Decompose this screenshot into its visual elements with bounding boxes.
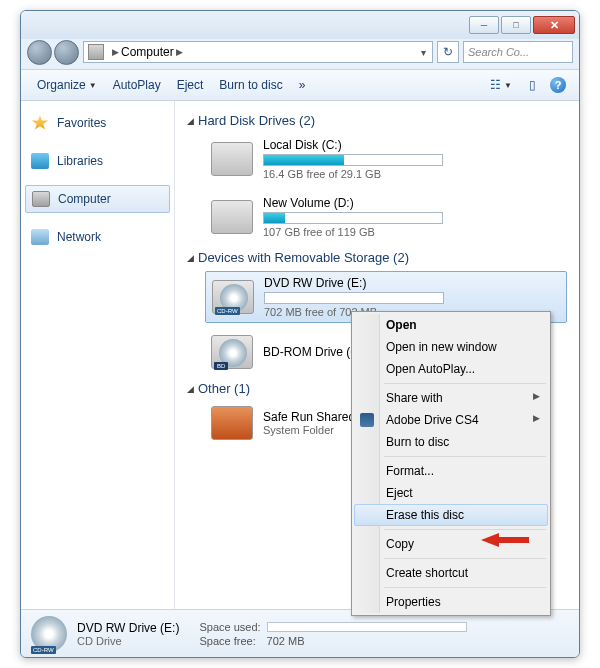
cdrw-disc-icon [31, 616, 67, 652]
menu-format[interactable]: Format... [354, 460, 548, 482]
toolbar-overflow[interactable]: » [291, 74, 314, 96]
minimize-button[interactable]: ─ [469, 16, 499, 34]
menu-open-autoplay[interactable]: Open AutoPlay... [354, 358, 548, 380]
submenu-arrow-icon: ▶ [533, 413, 540, 427]
sidebar-item-network[interactable]: Network [21, 223, 174, 251]
chevron-down-icon[interactable]: ▾ [421, 47, 426, 58]
status-drive-name: DVD RW Drive (E:) [77, 621, 179, 635]
eject-button[interactable]: Eject [169, 74, 212, 96]
drive-free-space: 107 GB free of 119 GB [263, 226, 561, 238]
hdd-icon [211, 200, 253, 234]
menu-burn-to-disc[interactable]: Burn to disc [354, 431, 548, 453]
star-icon [31, 115, 49, 131]
menu-properties[interactable]: Properties [354, 591, 548, 613]
shared-folder-icon [211, 406, 253, 440]
menu-adobe-drive[interactable]: Adobe Drive CS4▶ [354, 409, 548, 431]
menu-eject[interactable]: Eject [354, 482, 548, 504]
details-pane: DVD RW Drive (E:) CD Drive Space used: S… [21, 609, 579, 657]
capacity-bar [263, 212, 443, 224]
titlebar[interactable]: ─ □ ✕ [21, 11, 579, 39]
bd-disc-icon [211, 335, 253, 369]
callout-arrow-icon [481, 533, 529, 547]
status-free-label: Space free: [199, 635, 260, 647]
drive-label: DVD RW Drive (E:) [264, 276, 560, 290]
drive-label: New Volume (D:) [263, 196, 561, 210]
menu-erase-this-disc[interactable]: Erase this disc [354, 504, 548, 526]
address-bar: ▶ Computer ▶ ▾ ↻ Search Co... [21, 39, 579, 69]
section-header-hdd[interactable]: ◢Hard Disk Drives (2) [187, 113, 567, 128]
section-header-removable[interactable]: ◢Devices with Removable Storage (2) [187, 250, 567, 265]
menu-create-shortcut[interactable]: Create shortcut [354, 562, 548, 584]
breadcrumb-segment[interactable]: Computer [121, 45, 174, 59]
status-free-value: 702 MB [267, 635, 467, 647]
computer-icon [88, 44, 104, 60]
status-drive-type: CD Drive [77, 635, 179, 647]
help-button[interactable]: ? [545, 74, 571, 96]
sidebar-item-favorites[interactable]: Favorites [21, 109, 174, 137]
computer-icon [32, 191, 50, 207]
capacity-bar [264, 292, 444, 304]
organize-menu[interactable]: Organize▼ [29, 74, 105, 96]
drive-new-volume-d[interactable]: New Volume (D:) 107 GB free of 119 GB [205, 192, 567, 242]
cdrw-disc-icon [212, 280, 254, 314]
adobe-icon [360, 413, 374, 427]
help-icon: ? [550, 77, 566, 93]
search-input[interactable]: Search Co... [463, 41, 573, 63]
preview-pane-button[interactable]: ▯ [519, 74, 545, 96]
drive-free-space: 16.4 GB free of 29.1 GB [263, 168, 561, 180]
maximize-button[interactable]: □ [501, 16, 531, 34]
drive-local-c[interactable]: Local Disk (C:) 16.4 GB free of 29.1 GB [205, 134, 567, 184]
chevron-right-icon[interactable]: ▶ [176, 47, 183, 57]
libraries-icon [31, 153, 49, 169]
collapse-icon: ◢ [187, 253, 194, 263]
autoplay-button[interactable]: AutoPlay [105, 74, 169, 96]
space-used-bar [267, 622, 467, 632]
close-button[interactable]: ✕ [533, 16, 575, 34]
sidebar-item-computer[interactable]: Computer [25, 185, 170, 213]
submenu-arrow-icon: ▶ [533, 391, 540, 405]
menu-open-new-window[interactable]: Open in new window [354, 336, 548, 358]
explorer-window: ─ □ ✕ ▶ Computer ▶ ▾ ↻ Search Co... Orga… [20, 10, 580, 658]
view-mode-button[interactable]: ☷▼ [483, 74, 519, 96]
breadcrumb[interactable]: ▶ Computer ▶ ▾ [83, 41, 433, 63]
navigation-pane: Favorites Libraries Computer Network [21, 101, 175, 611]
context-menu: Open Open in new window Open AutoPlay...… [351, 311, 551, 616]
drive-label: Local Disk (C:) [263, 138, 561, 152]
hdd-icon [211, 142, 253, 176]
network-icon [31, 229, 49, 245]
refresh-button[interactable]: ↻ [437, 41, 459, 63]
status-used-label: Space used: [199, 621, 260, 633]
chevron-right-icon[interactable]: ▶ [112, 47, 119, 57]
menu-share-with[interactable]: Share with▶ [354, 387, 548, 409]
sidebar-item-libraries[interactable]: Libraries [21, 147, 174, 175]
toolbar: Organize▼ AutoPlay Eject Burn to disc » … [21, 69, 579, 101]
forward-button[interactable] [54, 40, 79, 65]
collapse-icon: ◢ [187, 384, 194, 394]
capacity-bar [263, 154, 443, 166]
menu-open[interactable]: Open [354, 314, 548, 336]
burn-button[interactable]: Burn to disc [211, 74, 290, 96]
collapse-icon: ◢ [187, 116, 194, 126]
back-button[interactable] [27, 40, 52, 65]
